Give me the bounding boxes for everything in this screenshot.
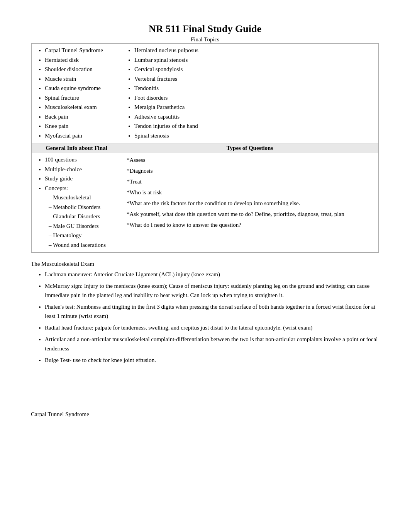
types-item: *Treat [127,177,373,186]
list-item: Metabolic Disorders [49,203,116,212]
topics-table: Carpal Tunnel Syndrome Herniated disk Sh… [31,43,379,253]
list-item: Phalen's test: Numbness and tingling in … [45,302,379,321]
list-item: Back pain [45,112,116,121]
list-item: Study guide [45,174,116,183]
types-item: *Assess [127,155,373,165]
list-item: McMurray sign: Injury to the meniscus (k… [45,281,379,300]
musculo-list: Lachman maneuver: Anterior Cruciate Liga… [31,270,379,365]
list-item: Hematology [49,231,116,240]
list-item: Herniated disk [45,56,116,65]
list-item: Concepts: Musculoskeletal Metabolic Diso… [45,184,116,250]
list-item: Multiple-choice [45,165,116,174]
left-topics-list: Carpal Tunnel Syndrome Herniated disk Sh… [37,46,116,140]
types-item: *What do I need to know to answer the qu… [127,220,373,229]
list-item: Tendonitis [134,84,373,93]
general-info-cell: 100 questions Multiple-choice Study guid… [32,153,122,253]
list-item: Musculoskeletal [49,193,116,202]
list-item: Spinal fracture [45,93,116,102]
subheader-row: General Info about Final Types of Questi… [32,143,379,153]
list-item: Myofascial pain [45,131,116,140]
list-item: Radial head fracture: palpate for tender… [45,323,379,332]
list-item: 100 questions [45,155,116,164]
types-item: *Who is at risk [127,188,373,197]
list-item: Vertebral fractures [134,75,373,83]
list-item: Articular and a non-articular musculoske… [45,335,379,353]
musculo-heading: The Musculoskeletal Exam [31,261,379,267]
topics-row: Carpal Tunnel Syndrome Herniated disk Sh… [32,44,379,143]
types-header: Types of Questions [121,143,378,153]
list-item: Male GU Disorders [49,222,116,231]
musculo-section: The Musculoskeletal Exam Lachman maneuve… [31,261,379,365]
list-item: Wound and lacerations [49,241,116,250]
detail-row: 100 questions Multiple-choice Study guid… [32,153,379,253]
types-item: *What are the risk factors for the condi… [127,199,373,208]
list-item: Lachman maneuver: Anterior Cruciate Liga… [45,270,379,279]
list-item: Knee pain [45,122,116,131]
types-cell: *Assess *Diagnosis *Treat *Who is at ris… [121,153,378,253]
list-item: Muscle strain [45,75,116,83]
list-item: Spinal stenosis [134,131,373,140]
list-item: Carpal Tunnel Syndrome [45,46,116,55]
list-item: Glandular Disorders [49,212,116,221]
list-item: Adhesive capsulitis [134,112,373,121]
list-item: Tendon injuries of the hand [134,122,373,131]
types-item: *Ask yourself, what does this question w… [127,209,373,219]
list-item: Cauda equine syndrome [45,84,116,93]
carpal-tunnel-heading: Carpal Tunnel Syndrome [31,411,379,418]
list-item: Herniated nucleus pulposus [134,46,373,55]
types-item: *Diagnosis [127,166,373,175]
list-item: Foot disorders [134,93,373,102]
list-item: Cervical spondylosis [134,65,373,74]
concepts-sublist: Musculoskeletal Metabolic Disorders Glan… [45,193,116,249]
list-item: Bulge Test- use to check for knee joint … [45,355,379,365]
general-info-list: 100 questions Multiple-choice Study guid… [37,155,116,249]
right-topics-list: Herniated nucleus pulposus Lumbar spinal… [127,46,373,140]
subtitle: Final Topics [31,36,379,43]
page-title: NR 511 Final Study Guide [31,23,379,35]
list-item: Musculoskeletal exam [45,103,116,112]
list-item: Lumbar spinal stenosis [134,56,373,65]
list-item: Shoulder dislocation [45,65,116,74]
list-item: Meralgia Parasthetica [134,103,373,112]
left-topics-cell: Carpal Tunnel Syndrome Herniated disk Sh… [32,44,122,143]
general-info-header: General Info about Final [32,143,122,153]
right-topics-cell: Herniated nucleus pulposus Lumbar spinal… [121,44,378,143]
